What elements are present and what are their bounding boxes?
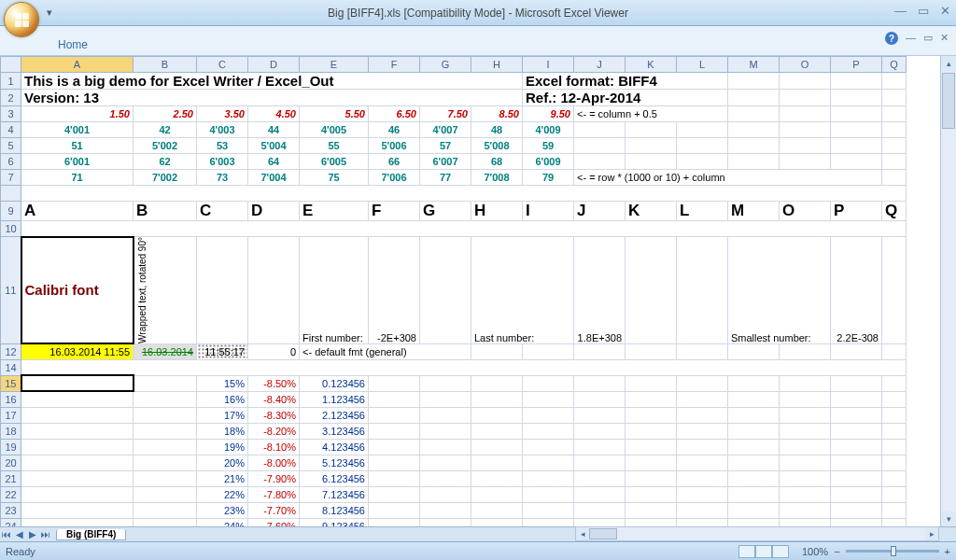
scroll-up-icon[interactable]: ▴ <box>941 56 956 71</box>
cell[interactable] <box>21 470 134 486</box>
cell[interactable]: 4'001 <box>21 122 134 138</box>
cell[interactable]: 6'005 <box>300 154 369 170</box>
cell[interactable] <box>21 502 134 518</box>
row-header[interactable]: 15 <box>1 375 21 391</box>
cell[interactable]: 9.123456 <box>300 518 369 526</box>
ribbon-minimize-icon[interactable]: — <box>906 32 916 45</box>
view-layout-icon[interactable] <box>755 545 772 558</box>
cell[interactable]: 5'004 <box>248 138 300 154</box>
cell[interactable]: A <box>21 202 134 221</box>
cell[interactable]: 62 <box>134 154 197 170</box>
cell[interactable]: 11:55:17 <box>197 343 248 359</box>
col-header[interactable]: C <box>197 57 248 73</box>
cell[interactable]: 6'003 <box>197 154 248 170</box>
cell[interactable]: 2.123456 <box>300 407 369 423</box>
cell[interactable]: 64 <box>248 154 300 170</box>
cell[interactable]: 4.123456 <box>300 439 369 455</box>
cell[interactable]: 21% <box>197 470 248 486</box>
scroll-down-icon[interactable]: ▾ <box>941 511 956 526</box>
col-header[interactable]: D <box>248 57 300 73</box>
row-header[interactable]: 5 <box>1 138 21 154</box>
tab-nav-prev-icon[interactable]: ◀ <box>13 529 26 539</box>
cell[interactable] <box>21 486 134 502</box>
cell[interactable]: 77 <box>420 170 471 186</box>
row-header[interactable]: 1 <box>1 73 21 90</box>
cell[interactable]: K <box>626 202 677 221</box>
cell[interactable]: 5.50 <box>300 106 369 122</box>
row-header[interactable]: 24 <box>1 518 21 526</box>
cell[interactable]: Calibri font <box>21 237 134 344</box>
cell[interactable]: <- = row * (1000 or 10) + column <box>574 170 882 186</box>
cell[interactable]: 75 <box>300 170 369 186</box>
qat-dropdown-icon[interactable]: ▾ <box>47 7 60 20</box>
cell[interactable]: 73 <box>197 170 248 186</box>
cell[interactable]: 1.50 <box>21 106 134 122</box>
cell[interactable]: -8.50% <box>248 375 300 391</box>
cell[interactable]: 0 <box>248 343 300 359</box>
sheet-tab[interactable]: Big (BIFF4) <box>56 529 126 540</box>
col-header[interactable]: E <box>300 57 369 73</box>
tab-home[interactable]: Home <box>47 35 99 55</box>
cell[interactable]: Version: 13 <box>21 90 523 106</box>
worksheet-grid[interactable]: A B C D E F G H I J K L M O P Q 1 This i… <box>0 56 956 526</box>
cell[interactable]: 46 <box>369 122 420 138</box>
close-button[interactable]: ✕ <box>940 4 950 18</box>
cell[interactable]: J <box>574 202 626 221</box>
cell[interactable]: -8.10% <box>248 439 300 455</box>
cell[interactable]: Q <box>882 202 907 221</box>
row-header[interactable]: 12 <box>1 343 21 359</box>
row-header[interactable]: 22 <box>1 486 21 502</box>
cell[interactable]: O <box>780 202 831 221</box>
cell[interactable]: 79 <box>523 170 574 186</box>
cell[interactable]: 9.50 <box>523 106 574 122</box>
cell[interactable]: 51 <box>21 138 134 154</box>
ribbon-close-icon[interactable]: ✕ <box>940 32 949 45</box>
tab-nav-first-icon[interactable]: ⏮ <box>0 529 13 539</box>
cell[interactable]: Smallest number: <box>728 237 831 344</box>
cell[interactable]: 42 <box>134 122 197 138</box>
cell[interactable]: M <box>728 202 780 221</box>
scroll-left-icon[interactable]: ◂ <box>576 527 589 540</box>
cell[interactable]: 7'004 <box>248 170 300 186</box>
cell[interactable]: -8.40% <box>248 391 300 407</box>
cell[interactable]: 16.03.2014 <box>134 343 197 359</box>
cell[interactable]: 7.123456 <box>300 486 369 502</box>
col-header[interactable]: B <box>134 57 197 73</box>
row-header[interactable]: 21 <box>1 470 21 486</box>
select-all-corner[interactable] <box>1 57 21 73</box>
col-header[interactable]: G <box>420 57 471 73</box>
vertical-scrollbar[interactable]: ▴ ▾ <box>940 56 956 526</box>
cell[interactable] <box>21 439 134 455</box>
cell[interactable]: E <box>300 202 369 221</box>
cell[interactable]: D <box>248 202 300 221</box>
row-header[interactable]: 10 <box>1 221 21 237</box>
cell[interactable]: 3.50 <box>197 106 248 122</box>
horizontal-scrollbar[interactable]: ◂ ▸ <box>575 526 939 541</box>
scroll-thumb[interactable] <box>589 528 617 539</box>
cell[interactable]: 4'009 <box>523 122 574 138</box>
zoom-slider[interactable] <box>846 550 939 553</box>
row-header[interactable]: 3 <box>1 106 21 122</box>
col-header[interactable]: I <box>523 57 574 73</box>
tab-nav-next-icon[interactable]: ▶ <box>26 529 39 539</box>
cell[interactable]: P <box>831 202 882 221</box>
cell[interactable]: 5'002 <box>134 138 197 154</box>
col-header[interactable]: O <box>780 57 831 73</box>
cell[interactable]: F <box>369 202 420 221</box>
cell[interactable]: 6'007 <box>420 154 471 170</box>
minimize-button[interactable]: — <box>894 4 907 18</box>
cell[interactable]: 71 <box>21 170 134 186</box>
cell[interactable]: 0.123456 <box>300 375 369 391</box>
cell[interactable]: 23% <box>197 502 248 518</box>
row-header[interactable]: 9 <box>1 202 21 221</box>
cell[interactable]: 48 <box>471 122 523 138</box>
cell[interactable]: H <box>471 202 523 221</box>
cell[interactable]: 6.50 <box>369 106 420 122</box>
col-header[interactable]: K <box>626 57 677 73</box>
cell[interactable]: 2.2E-308 <box>831 237 882 344</box>
cell[interactable]: 5'008 <box>471 138 523 154</box>
cell[interactable]: 55 <box>300 138 369 154</box>
cell[interactable]: Ref.: 12-Apr-2014 <box>523 90 728 106</box>
view-normal-icon[interactable] <box>738 545 755 558</box>
cell[interactable] <box>21 455 134 470</box>
